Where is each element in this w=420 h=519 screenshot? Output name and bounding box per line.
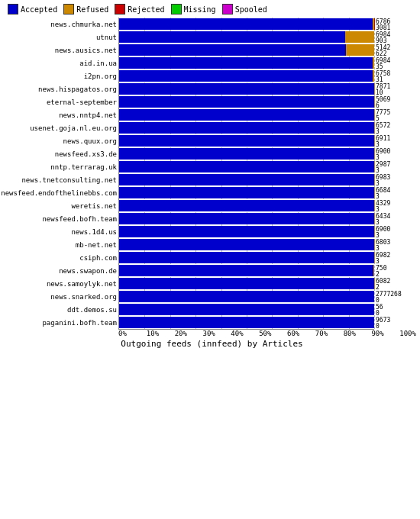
y-label-text: weretis.net	[71, 202, 118, 210]
bar-fill	[119, 96, 374, 108]
chart-inner: news.chmurka.netutnutnews.ausics.netaid.…	[8, 18, 416, 330]
bar-segment-accepted	[119, 31, 345, 43]
legend: AcceptedRefusedRejectedMissingSpooled	[8, 4, 416, 15]
bars-section	[118, 18, 374, 330]
x-axis-label: 40%	[231, 330, 259, 337]
chart-area: news.chmurka.netutnutnews.ausics.netaid.…	[8, 18, 416, 350]
y-label-row: eternal-september	[8, 95, 118, 108]
y-label-row: news.samoylyk.net	[8, 277, 118, 290]
x-axis-label: 20%	[175, 330, 203, 337]
y-label-text: aid.in.ua	[79, 60, 118, 67]
y-label-text: newsfeed.endofthelinebbs.com	[1, 189, 118, 197]
bar-row	[119, 108, 374, 121]
bar-row	[119, 18, 374, 31]
bar-row	[119, 251, 374, 264]
bar-row	[119, 173, 374, 186]
legend-color-missing	[171, 4, 182, 15]
right-label: 69003	[374, 225, 416, 238]
right-label: 29873	[374, 160, 416, 173]
bar-row	[119, 238, 374, 251]
y-label-text: news.1d4.us	[71, 228, 118, 236]
bar-track	[119, 135, 374, 147]
bar-segment-accepted	[119, 18, 373, 30]
y-label-text: news.quux.org	[63, 137, 118, 145]
bar-segment-accepted	[119, 135, 374, 147]
bar-fill	[119, 265, 374, 276]
bar-segment-accepted	[119, 57, 373, 69]
bar-track	[119, 44, 374, 56]
bar-fill	[119, 213, 374, 224]
bar-segment-refused	[373, 265, 374, 276]
y-label-row: news.1d4.us	[8, 225, 118, 238]
right-label: 69003	[374, 147, 416, 160]
bar-fill	[119, 187, 374, 198]
bar-row	[119, 95, 374, 108]
bar-track	[119, 317, 374, 328]
bar-track	[119, 174, 374, 185]
right-label: 68033	[374, 238, 416, 251]
right-label: 7502	[374, 264, 416, 277]
right-label: 698435	[374, 56, 416, 69]
legend-item-accepted: Accepted	[8, 4, 57, 15]
y-label-row: paganini.bofh.team	[8, 316, 118, 329]
legend-item-missing: Missing	[171, 4, 216, 15]
bar-fill	[119, 317, 374, 328]
y-label-text: eternal-september	[47, 98, 118, 106]
bar-segment-accepted	[119, 252, 374, 263]
bar-fill	[119, 44, 374, 56]
bar-row	[119, 160, 374, 173]
bar-fill	[119, 83, 374, 95]
y-label-text: newsfeed.bofh.team	[42, 215, 118, 223]
bar-row	[119, 212, 374, 225]
y-label-row: aid.in.ua	[8, 56, 118, 69]
y-label-text: news.ausics.net	[55, 47, 118, 54]
x-axis-label: 80%	[344, 330, 372, 337]
y-label-row: utnut	[8, 31, 118, 44]
bar-track	[119, 18, 374, 30]
bar-segment-accepted	[119, 304, 374, 315]
bar-fill	[119, 148, 374, 160]
y-label-row: i2pn.org	[8, 69, 118, 82]
right-label: 64343	[374, 212, 416, 225]
y-label-row: news.ausics.net	[8, 44, 118, 56]
y-label-text: newsfeed.xs3.de	[55, 150, 118, 158]
bar-track	[119, 70, 374, 82]
right-label: 69833	[374, 173, 416, 186]
right-label: 27772680	[374, 290, 416, 303]
right-label: 69113	[374, 134, 416, 147]
y-label-row: weretis.net	[8, 199, 118, 212]
y-label-row: news.snarked.org	[8, 290, 118, 303]
right-label: 5142622	[374, 44, 416, 56]
right-label: 787110	[374, 82, 416, 95]
y-label-row: newsfeed.xs3.de	[8, 147, 118, 160]
bar-row	[119, 264, 374, 277]
bar-fill	[119, 252, 374, 263]
x-axis-label: 0%	[118, 330, 147, 337]
y-label-row: nntp.terrarag.uk	[8, 160, 118, 173]
bar-fill	[119, 70, 374, 82]
bar-track	[119, 200, 374, 211]
bar-segment-accepted	[119, 187, 374, 198]
bar-segment-accepted	[119, 70, 373, 82]
y-label-text: i2pn.org	[84, 73, 118, 80]
bar-track	[119, 57, 374, 69]
bar-segment-accepted	[119, 291, 374, 302]
bar-track	[119, 161, 374, 172]
bar-track	[119, 122, 374, 134]
y-label-row: news.swapon.de	[8, 264, 118, 277]
y-label-row: news.hispagatos.org	[8, 82, 118, 95]
bar-fill	[119, 161, 374, 172]
bar-track	[119, 252, 374, 263]
bar-row	[119, 69, 374, 82]
y-label-text: news.hispagatos.org	[38, 85, 118, 93]
right-label: 96730	[374, 316, 416, 329]
right-label: 60822	[374, 277, 416, 290]
chart-container: AcceptedRefusedRejectedMissingSpooled ne…	[0, 0, 420, 519]
y-label-row: newsfeed.bofh.team	[8, 212, 118, 225]
bar-segment-accepted	[119, 239, 374, 250]
x-axis: 0%10%20%30%40%50%60%70%80%90%100%	[118, 330, 416, 337]
y-label-text: paganini.bofh.team	[42, 319, 118, 327]
bar-track	[119, 148, 374, 160]
bar-segment-accepted	[119, 174, 374, 185]
bar-track	[119, 291, 374, 302]
